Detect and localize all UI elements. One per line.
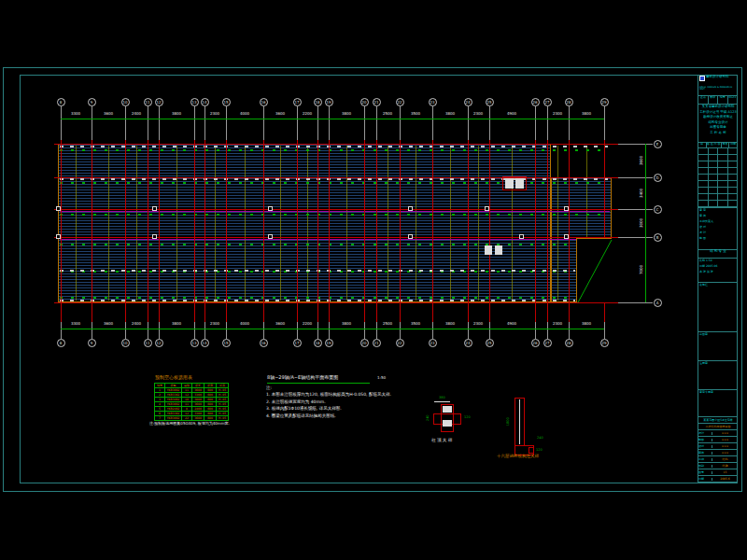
grid-bubble-top: 11 — [144, 98, 152, 106]
title-block: 建筑设计研究院ARCH. DESIGN & RESEARCH INST.证书甲级… — [698, 75, 738, 483]
column-mark — [564, 234, 569, 239]
dim-label-right: 3400 — [640, 189, 643, 198]
infill-line-vertical — [245, 146, 246, 301]
extension-line-top — [159, 106, 160, 144]
rev-row — [698, 161, 738, 168]
project-value: 结施 — [712, 465, 738, 468]
dim-label-bottom: 3500 — [411, 322, 420, 326]
rev-cell — [728, 175, 739, 180]
rev-cell — [718, 194, 728, 200]
rev-cell — [698, 155, 709, 161]
dim-label-bottom: 2300 — [473, 322, 483, 326]
title-block-section: 审 定审 核工种负责人校 对设 计制 图 — [698, 208, 738, 250]
column-mark — [268, 206, 273, 211]
institute-line: 结构专业设计 — [698, 121, 738, 125]
project-row: 工种结构 — [698, 456, 738, 463]
institute-line: 工 程 名 称 — [698, 132, 738, 135]
column-mark — [408, 234, 413, 239]
rev-header-cell: 日期 — [729, 143, 738, 147]
slab-table-cell: 3600 — [192, 402, 204, 406]
signer-line: 设 计 — [699, 231, 737, 234]
slab-table-cell: 4 — [155, 402, 164, 406]
rev-row — [698, 168, 738, 175]
grid-line-vertical — [148, 140, 148, 322]
cad-canvas[interactable]: 预制空心板选用表 编号板型块数板长板宽标高1YKB3662113600600H-… — [0, 0, 747, 560]
rev-cell — [728, 194, 739, 200]
institute-line: 某某省建筑设计研究院 — [698, 105, 738, 109]
plan-title: 8轴~29轴/A~E轴结构平面布置图 — [267, 375, 338, 380]
rev-row — [698, 194, 738, 201]
project-row: 图别结施 — [698, 463, 738, 469]
dim-label-top: 3800 — [445, 112, 455, 116]
grid-bubble-top: 8 — [57, 98, 65, 106]
note-item: 4. 圈梁位置及配筋详见结施相关图纸. — [266, 414, 336, 419]
slab-table-cell: 块数 — [182, 384, 191, 387]
rev-row — [698, 148, 738, 155]
detail-a-tick — [434, 401, 450, 402]
detail-b-innerline — [519, 399, 520, 444]
logo-subtext: ARCH. DESIGN & RESEARCH INST. — [699, 87, 737, 91]
rev-cell — [709, 188, 719, 193]
extension-line-top — [535, 106, 536, 144]
grid-bubble-bottom: 9 — [88, 339, 96, 347]
signer-line: 制 图 — [699, 237, 737, 240]
column-mark — [152, 206, 157, 211]
rev-cell — [709, 201, 719, 206]
dim-label-top: 2300 — [553, 112, 562, 116]
notes-label: 注: — [266, 386, 272, 391]
rev-cell — [718, 181, 728, 187]
column-mark — [152, 234, 157, 239]
slab-table-cell: 板型 — [165, 384, 181, 387]
slab-table-cell: 板长 — [192, 384, 204, 387]
project-span: 二层结构平面布置图 — [698, 426, 738, 428]
rev-row — [698, 181, 738, 188]
grid-bubble-top: 12 — [155, 98, 163, 106]
infill-line-vertical — [346, 146, 347, 301]
title-block-section: 版修 改 内 容签名日期 — [698, 143, 738, 208]
infill-line-vertical — [450, 146, 451, 301]
grid-line-horizontal — [54, 302, 618, 303]
grid-line-vertical — [569, 140, 570, 322]
infill-line-vertical — [416, 146, 416, 301]
dim-label-bottom: 2200 — [303, 322, 312, 326]
infill-line-vertical — [478, 146, 479, 301]
rev-cell — [709, 155, 719, 161]
grid-bubble-top: 27 — [543, 98, 552, 106]
project-value: ××× — [712, 432, 738, 435]
title-block-section: 比例 1:50日期 2005.06共 张 第 张 — [698, 259, 738, 283]
rev-cell — [709, 194, 719, 200]
grid-bubble-top: 18 — [314, 98, 322, 106]
title-block-section: 某某花园小区5#住宅楼二层结构平面布置图设计×××制图×××校对×××审核×××… — [698, 417, 738, 483]
dim-label-bottom: 2300 — [553, 322, 562, 326]
grid-bubble-bottom: 10 — [121, 339, 130, 347]
slab-table-cell: 6 — [155, 412, 164, 415]
rev-header-cell: 版 — [698, 143, 707, 147]
extension-line-top — [125, 106, 126, 144]
infill-line-vertical — [307, 146, 308, 301]
extension-line-top — [263, 106, 264, 144]
grid-bubble-right: C — [654, 205, 662, 214]
infill-line-vertical — [136, 146, 137, 301]
extension-line-top — [317, 106, 318, 144]
opening-mark — [495, 245, 502, 255]
dim-label-top: 2300 — [210, 112, 219, 116]
extension-line-right — [613, 302, 653, 303]
extension-line-top — [297, 106, 298, 144]
project-value: 结构 — [712, 458, 738, 461]
column-mark — [485, 206, 489, 211]
dim-label-bottom: 3800 — [172, 322, 181, 326]
title-block-section: 建筑设计研究院ARCH. DESIGN & RESEARCH INST. — [698, 75, 738, 96]
rev-cell — [728, 161, 739, 167]
rev-cell — [728, 155, 739, 161]
slab-table-cell: 10 — [182, 398, 191, 401]
logo-text: 建筑设计研究院 — [706, 76, 729, 79]
rev-header-cell: 签名 — [722, 143, 730, 147]
dim-label-bottom: 3800 — [342, 322, 351, 326]
grid-line-vertical — [263, 140, 264, 322]
project-value: 15 — [712, 471, 738, 474]
grid-line-vertical — [432, 140, 433, 322]
cert-cell: 编号 — [718, 96, 728, 104]
grid-bubble-top: 21 — [373, 98, 381, 106]
institute-line: 勘察设计收费资格证 — [698, 116, 738, 119]
slab-table-cell: 600 — [204, 402, 216, 406]
